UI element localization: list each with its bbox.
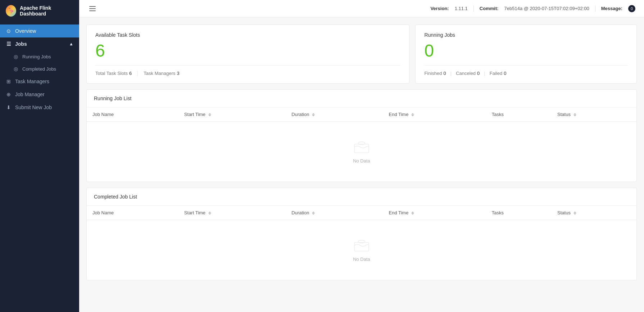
app-title: Apache Flink Dashboard (20, 5, 73, 17)
running-job-no-data-row: No Data (87, 122, 636, 182)
total-task-slots-label: Total Task Slots (95, 71, 128, 76)
completed-job-no-data-row: No Data (87, 220, 636, 280)
sidebar-jobs-label: Jobs (15, 41, 27, 47)
col-start-time-1[interactable]: Start Time (178, 107, 286, 122)
jobs-expand-icon: ▲ (69, 41, 73, 46)
overview-icon: ⊙ (6, 28, 12, 34)
task-managers-label: Task Managers (144, 71, 175, 76)
duration-sort-icon-1 (312, 113, 315, 116)
status-sort-icon-1 (573, 113, 576, 116)
jobs-icon: ☰ (6, 41, 12, 47)
cards-row: Available Task Slots 6 Total Task Slots … (86, 24, 637, 84)
svg-rect-0 (354, 144, 369, 153)
col-job-name-1[interactable]: Job Name (87, 107, 178, 122)
sidebar-item-overview[interactable]: ⊙ Overview (0, 24, 79, 37)
completed-job-no-data-cell: No Data (87, 220, 636, 280)
job-manager-icon: ⊕ (6, 92, 12, 97)
sidebar-item-job-manager-label: Job Manager (15, 92, 45, 97)
app-logo-icon: 🦩 (6, 5, 16, 17)
task-slots-number: 6 (95, 42, 400, 59)
main-content: Version: 1.11.1 Commit: 7eb514a @ 2020-0… (79, 0, 644, 312)
col-end-time-2[interactable]: End Time (383, 206, 486, 220)
message-count: 0 (631, 6, 633, 11)
message-badge[interactable]: 0 (628, 5, 635, 12)
page-content: Available Task Slots 6 Total Task Slots … (79, 17, 644, 288)
sidebar-item-completed-jobs-label: Completed Jobs (22, 66, 56, 72)
running-job-list-thead: Job Name Start Time Duration End Time Ta… (87, 107, 636, 122)
running-job-no-data-cell: No Data (87, 122, 636, 182)
col-end-time-1[interactable]: End Time (383, 107, 486, 122)
status-sort-icon-2 (573, 211, 576, 215)
failed-stat: Failed 0 (490, 71, 507, 76)
completed-jobs-icon: ◎ (13, 66, 19, 72)
topbar: Version: 1.11.1 Commit: 7eb514a @ 2020-0… (79, 0, 644, 17)
completed-job-list-table: Job Name Start Time Duration End Time Ta… (87, 206, 636, 280)
hamburger-line-3 (89, 10, 96, 11)
completed-job-list-title: Completed Job List (87, 188, 636, 206)
commit-value: 7eb514a @ 2020-07-15T07:02:09+02:00 (504, 6, 589, 11)
sidebar-logo: 🦩 Apache Flink Dashboard (0, 0, 79, 22)
running-job-list-tbody: No Data (87, 122, 636, 182)
sidebar-item-running-jobs-label: Running Jobs (22, 54, 51, 59)
sidebar-item-running-jobs[interactable]: ◎ Running Jobs (0, 50, 79, 63)
running-job-list-section: Running Job List Job Name Start Time Dur… (86, 89, 637, 182)
running-job-list-table: Job Name Start Time Duration End Time Ta… (87, 107, 636, 182)
start-time-sort-icon-2 (208, 211, 211, 215)
task-managers-icon: ⊞ (6, 79, 12, 84)
completed-job-list-tbody: No Data (87, 220, 636, 280)
version-label: Version: (430, 6, 449, 11)
col-status-1[interactable]: Status (552, 107, 636, 122)
canceled-value: 0 (477, 71, 480, 76)
running-jobs-title: Running Jobs (424, 32, 628, 38)
canceled-label: Canceled (456, 71, 476, 76)
topbar-divider-1 (473, 5, 474, 12)
sidebar-jobs-section[interactable]: ☰ Jobs ▲ (0, 37, 79, 50)
duration-sort-icon-2 (312, 211, 315, 215)
sidebar-item-task-managers-label: Task Managers (15, 79, 49, 84)
sidebar-item-submit-new-job[interactable]: ⬇ Submit New Job (0, 101, 79, 114)
finished-value: 0 (444, 71, 446, 76)
failed-label: Failed (490, 71, 502, 76)
col-tasks-2[interactable]: Tasks (486, 206, 552, 220)
running-jobs-stats: Finished 0 | Canceled 0 | Failed 0 (424, 65, 628, 76)
version-value: 1.11.1 (455, 6, 468, 11)
running-job-no-data-text: No Data (92, 158, 631, 164)
stat-sep-1: | (450, 71, 452, 76)
total-task-slots-value: 6 (129, 71, 132, 76)
col-start-time-2[interactable]: Start Time (178, 206, 286, 220)
col-status-2[interactable]: Status (552, 206, 636, 220)
topbar-left (88, 5, 97, 13)
col-duration-1[interactable]: Duration (286, 107, 383, 122)
running-job-list-title: Running Job List (87, 90, 636, 107)
hamburger-line-2 (89, 8, 96, 9)
running-jobs-number: 0 (424, 42, 628, 59)
task-managers-value: 3 (177, 71, 179, 76)
total-task-slots-stat: Total Task Slots 6 (95, 71, 132, 76)
sidebar-item-submit-new-job-label: Submit New Job (15, 104, 52, 110)
sidebar-item-task-managers[interactable]: ⊞ Task Managers (0, 75, 79, 88)
sidebar: 🦩 Apache Flink Dashboard ⊙ Overview ☰ Jo… (0, 0, 79, 312)
commit-label: Commit: (480, 6, 499, 11)
sidebar-item-completed-jobs[interactable]: ◎ Completed Jobs (0, 63, 79, 75)
no-data-icon-1 (353, 140, 371, 154)
finished-stat: Finished 0 (424, 71, 446, 76)
col-duration-2[interactable]: Duration (286, 206, 383, 220)
end-time-sort-icon-2 (411, 211, 414, 215)
hamburger-line-1 (89, 6, 96, 7)
completed-job-list-section: Completed Job List Job Name Start Time D… (86, 188, 637, 280)
submit-job-icon: ⬇ (6, 104, 12, 110)
task-slots-stats: Total Task Slots 6 Task Managers 3 (95, 65, 400, 76)
sidebar-item-overview-label: Overview (15, 28, 36, 34)
running-jobs-icon: ◎ (13, 54, 19, 59)
running-job-list-header-row: Job Name Start Time Duration End Time Ta… (87, 107, 636, 122)
topbar-divider-2 (595, 5, 595, 12)
hamburger-menu-button[interactable] (88, 5, 97, 13)
finished-label: Finished (424, 71, 442, 76)
completed-job-list-thead: Job Name Start Time Duration End Time Ta… (87, 206, 636, 220)
running-jobs-card: Running Jobs 0 Finished 0 | Canceled 0 |… (415, 24, 637, 84)
task-slots-card: Available Task Slots 6 Total Task Slots … (86, 24, 409, 84)
stat-sep-2: | (484, 71, 485, 76)
col-job-name-2[interactable]: Job Name (87, 206, 178, 220)
sidebar-item-job-manager[interactable]: ⊕ Job Manager (0, 88, 79, 101)
col-tasks-1[interactable]: Tasks (486, 107, 552, 122)
